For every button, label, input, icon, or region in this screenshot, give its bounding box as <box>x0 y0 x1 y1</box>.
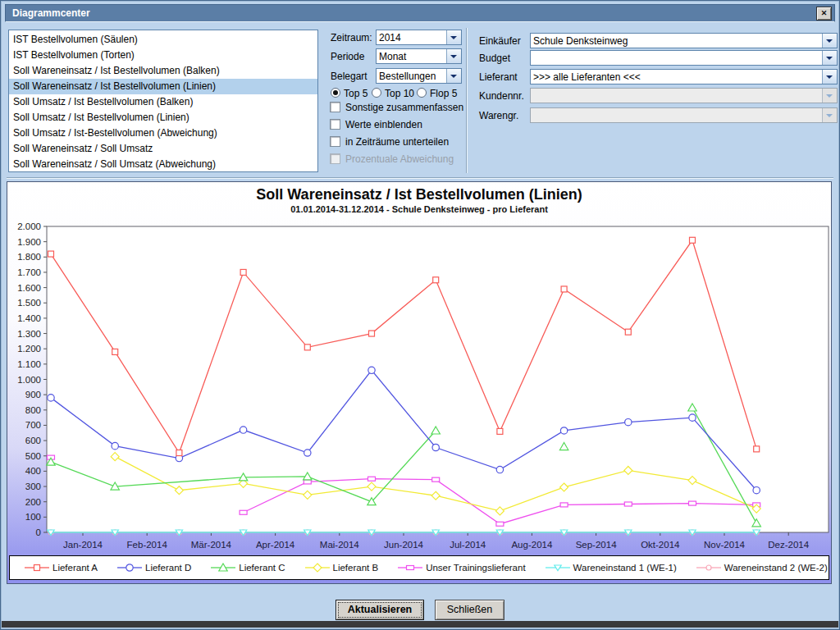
svg-text:1.600: 1.600 <box>17 283 41 293</box>
zeitraum-label: Zeitraum: <box>331 32 372 43</box>
belegart-combobox[interactable]: Bestellungen <box>376 68 462 84</box>
svg-text:1.000: 1.000 <box>17 375 41 385</box>
svg-text:200: 200 <box>25 497 41 507</box>
chart-type-item[interactable]: Soll Umsatz / Ist-Bestellvolumen (Abweic… <box>9 126 317 141</box>
svg-text:500: 500 <box>25 451 41 461</box>
svg-text:1.100: 1.100 <box>17 359 41 369</box>
periode-combobox[interactable]: Monat <box>376 48 462 64</box>
svg-text:Feb-2014: Feb-2014 <box>127 540 168 550</box>
svg-text:Okt-2014: Okt-2014 <box>641 540 680 550</box>
svg-text:1.700: 1.700 <box>17 267 41 277</box>
kundennr-combobox <box>530 88 838 103</box>
svg-text:Jan-2014: Jan-2014 <box>63 540 103 550</box>
chart-legend: Lieferant ALieferant DLieferant CLiefera… <box>9 555 829 580</box>
svg-text:Nov-2014: Nov-2014 <box>704 540 745 550</box>
chart-title: Soll Wareneinsatz / Ist Bestellvolumen (… <box>7 186 831 203</box>
legend-item: Lieferant D <box>117 563 191 573</box>
sonstige-checkbox[interactable] <box>330 102 340 112</box>
title-bar[interactable]: Diagrammcenter ✕ <box>5 4 835 22</box>
svg-text:1.300: 1.300 <box>17 329 41 339</box>
top-section: IST Bestellvolumen (Säulen)IST Bestellvo… <box>7 25 833 176</box>
svg-text:Jun-2014: Jun-2014 <box>384 540 424 550</box>
selection-row: Budget <box>466 50 833 66</box>
aktualisieren-button[interactable]: Aktualisieren <box>336 600 425 620</box>
belegart-label: Belegart <box>331 71 368 82</box>
window-title: Diagrammcenter <box>12 7 90 19</box>
radio-flop5[interactable] <box>417 88 427 98</box>
top-flop-radios: Top 5 Top 10 Flop 5 <box>324 85 466 102</box>
svg-text:900: 900 <box>25 390 41 399</box>
schliessen-button[interactable]: Schließen <box>435 600 505 620</box>
warengr-combobox <box>530 107 838 123</box>
zeitraeume-checkbox[interactable] <box>330 136 340 147</box>
svg-text:100: 100 <box>25 512 41 522</box>
svg-text:Aug-2014: Aug-2014 <box>511 540 552 550</box>
chevron-down-icon[interactable] <box>446 49 461 63</box>
legend-item: Lieferant B <box>305 563 379 573</box>
zeitraum-combobox[interactable]: 2014 <box>376 30 462 45</box>
budget-label: Budget <box>479 52 510 64</box>
svg-text:1.900: 1.900 <box>17 237 41 247</box>
selection-row: Kundennr. <box>466 88 833 104</box>
chart-type-item[interactable]: Soll Wareneinsatz / Soll Umsatz <box>9 141 317 157</box>
svg-text:1.400: 1.400 <box>17 313 41 323</box>
chart-type-item[interactable]: Soll Wareneinsatz / Ist Bestellvolumen (… <box>9 63 317 79</box>
einkufer-label: Einkäufer <box>479 35 521 47</box>
legend-item: Lieferant A <box>25 563 98 573</box>
svg-text:Apr-2014: Apr-2014 <box>256 540 295 550</box>
budget-combobox[interactable] <box>530 50 838 66</box>
svg-text:Mär-2014: Mär-2014 <box>191 540 232 550</box>
chevron-down-icon[interactable] <box>822 51 837 65</box>
legend-item: Lieferant C <box>211 563 285 573</box>
selection-row: Lieferant>>> alle Lieferanten <<< <box>466 69 833 85</box>
svg-text:400: 400 <box>25 466 41 476</box>
chart-type-item[interactable]: Soll Umsatz / Ist Bestellvolumen (Linien… <box>9 110 317 126</box>
kundennr-label: Kundennr. <box>479 90 524 102</box>
button-bar: Aktualisieren Schließen <box>0 584 840 621</box>
selection-row: Warengr. <box>466 107 833 124</box>
warengr-label: Warengr. <box>479 110 518 121</box>
svg-text:Mai-2014: Mai-2014 <box>320 540 360 550</box>
svg-text:2.000: 2.000 <box>17 221 41 231</box>
legend-item: Wareneinstand 2 (WE-2) <box>696 563 828 573</box>
chevron-down-icon[interactable] <box>822 34 837 48</box>
chevron-down-icon[interactable] <box>446 69 461 83</box>
svg-text:800: 800 <box>25 405 41 415</box>
chart-type-item[interactable]: Soll Wareneinsatz / Ist Bestellvolumen (… <box>9 79 317 94</box>
chart-type-listbox[interactable]: IST Bestellvolumen (Säulen)IST Bestellvo… <box>8 30 318 172</box>
svg-text:1.200: 1.200 <box>17 344 41 354</box>
svg-text:600: 600 <box>25 436 41 445</box>
diagrammcenter-window: Diagrammcenter ✕ IST Bestellvolumen (Säu… <box>0 0 840 630</box>
legend-item: Wareneinstand 1 (WE-1) <box>546 563 677 573</box>
window-bottom-edge <box>2 621 838 628</box>
chart-panel: Soll Wareneinsatz / Ist Bestellvolumen (… <box>7 181 832 584</box>
periode-label: Periode <box>331 51 364 62</box>
lieferant-label: Lieferant <box>479 71 518 83</box>
svg-text:1.500: 1.500 <box>17 298 41 308</box>
lieferant-combobox[interactable]: >>> alle Lieferanten <<< <box>530 69 838 84</box>
werte-checkbox[interactable] <box>330 119 340 130</box>
legend-item: Unser Trainingslieferant <box>398 563 525 573</box>
chevron-down-icon <box>822 89 837 103</box>
radio-top5[interactable] <box>331 88 340 98</box>
chart-type-item[interactable]: Soll Wareneinsatz / Soll Umsatz (Abweich… <box>9 157 317 172</box>
close-icon[interactable]: ✕ <box>816 7 832 21</box>
svg-text:0: 0 <box>36 527 41 537</box>
svg-text:Dez-2014: Dez-2014 <box>768 540 809 550</box>
chevron-down-icon[interactable] <box>446 30 461 44</box>
svg-text:700: 700 <box>25 420 41 430</box>
chart-type-item[interactable]: IST Bestellvolumen (Torten) <box>9 48 317 63</box>
einkufer-combobox[interactable]: Schule Denksteinweg <box>530 33 838 48</box>
svg-text:1.800: 1.800 <box>17 252 41 262</box>
selection-row: EinkäuferSchule Denksteinweg <box>466 33 833 49</box>
svg-text:Sep-2014: Sep-2014 <box>576 540 617 550</box>
filter-panel: Zeitraum: 2014 Periode Monat Belegart Be… <box>324 25 466 176</box>
chevron-down-icon[interactable] <box>822 70 837 84</box>
chart-type-item[interactable]: IST Bestellvolumen (Säulen) <box>9 32 317 48</box>
radio-top10[interactable] <box>372 88 381 98</box>
svg-text:300: 300 <box>25 482 41 491</box>
section-divider <box>7 177 833 179</box>
line-chart: 01002003004005006007008009001.0001.1001.… <box>7 218 831 551</box>
chart-subtitle: 01.01.2014-31.12.2014 - Schule Denkstein… <box>7 204 831 214</box>
chart-type-item[interactable]: Soll Umsatz / Ist Bestellvolumen (Balken… <box>9 94 317 110</box>
